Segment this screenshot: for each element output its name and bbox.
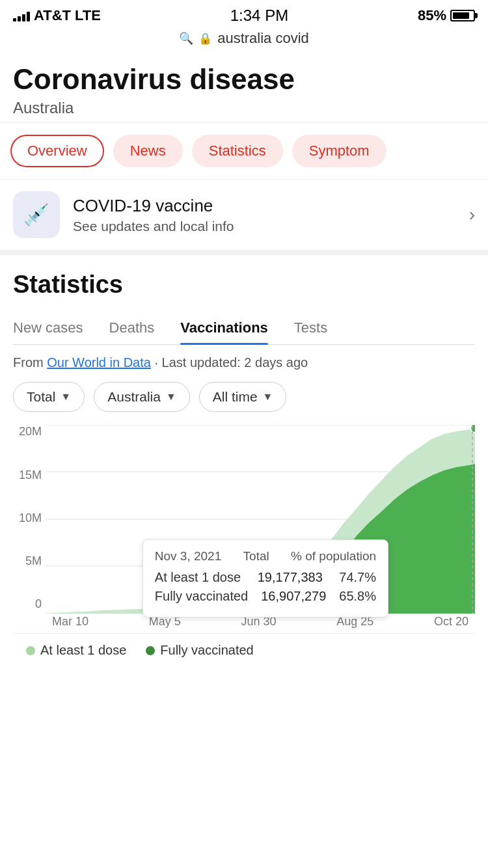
tooltip-row2-value: 16,907,279	[261, 589, 326, 604]
dropdown-arrow-icon: ▼	[61, 391, 71, 403]
filter-timerange[interactable]: All time ▼	[199, 382, 287, 412]
chevron-right-icon: ›	[469, 204, 475, 225]
status-bar: AT&T LTE 1:34 PM 85%	[0, 0, 488, 27]
x-label-mar: Mar 10	[52, 615, 88, 633]
tooltip-row1-label: At least 1 dose	[155, 570, 241, 585]
tooltip-row-2: Fully vaccinated 16,907,279 65.8%	[155, 589, 376, 604]
tab-symptom[interactable]: Symptom	[292, 135, 386, 167]
y-label-20m: 20M	[13, 425, 46, 439]
legend-label-fully: Fully vaccinated	[160, 643, 253, 658]
stats-tab-tests[interactable]: Tests	[294, 312, 327, 344]
signal-icon	[13, 10, 30, 21]
last-updated: Last updated: 2 days ago	[162, 355, 308, 370]
page-title: Coronavirus disease	[13, 64, 475, 95]
tooltip-date: Nov 3, 2021	[155, 549, 221, 563]
vaccine-icon-box: 💉	[13, 191, 60, 238]
filter-row: Total ▼ Australia ▼ All time ▼	[13, 382, 475, 412]
search-icon: 🔍	[179, 31, 193, 46]
y-label-5m: 5M	[13, 554, 46, 568]
page-content: Coronavirus disease Australia Overview N…	[0, 53, 488, 658]
chart-legend: At least 1 dose Fully vaccinated	[13, 633, 475, 658]
tab-statistics[interactable]: Statistics	[192, 135, 283, 167]
dropdown-arrow-icon: ▼	[166, 391, 176, 403]
battery-container: 85%	[418, 7, 475, 24]
vaccine-title: COVID-19 vaccine	[73, 196, 469, 216]
y-label-0: 0	[13, 597, 46, 611]
tooltip-row1-pct: 74.7%	[339, 570, 376, 585]
legend-label-dose1: At least 1 dose	[40, 643, 126, 658]
chart-tooltip: Nov 3, 2021 Total % of population At lea…	[142, 539, 388, 617]
tooltip-row1-value: 19,177,383	[258, 570, 323, 585]
tooltip-col2: % of population	[291, 549, 376, 563]
page-subtitle: Australia	[13, 99, 475, 117]
lock-icon: 🔒	[198, 32, 212, 46]
network-label: LTE	[75, 7, 101, 24]
tooltip-row2-pct: 65.8%	[339, 589, 376, 604]
legend-dot-fully	[146, 646, 155, 655]
stats-tab-new-cases[interactable]: New cases	[13, 312, 83, 344]
x-label-oct: Oct 20	[434, 615, 468, 633]
tooltip-date-row: Nov 3, 2021 Total % of population	[155, 549, 376, 563]
legend-dot-dose1	[26, 646, 35, 655]
statistics-title: Statistics	[13, 271, 475, 299]
time-display: 1:34 PM	[230, 7, 288, 25]
stats-tab-deaths[interactable]: Deaths	[109, 312, 155, 344]
vaccine-icon: 💉	[23, 202, 49, 227]
x-label-may: May 5	[149, 615, 181, 633]
header-section: Coronavirus disease Australia	[0, 53, 488, 123]
chart-x-axis: Mar 10 May 5 Jun 30 Aug 25 Oct 20	[46, 615, 475, 633]
stats-tab-vaccinations[interactable]: Vaccinations	[180, 312, 268, 344]
search-bar[interactable]: 🔍 🔒 australia covid	[0, 27, 488, 53]
x-label-jun: Jun 30	[241, 615, 276, 633]
chart-y-axis: 0 5M 10M 15M 20M	[13, 425, 46, 614]
filter-total[interactable]: Total ▼	[13, 382, 85, 412]
main-tabs: Overview News Statistics Symptom	[0, 123, 488, 180]
tab-overview[interactable]: Overview	[10, 135, 104, 167]
tooltip-row2-label: Fully vaccinated	[155, 589, 248, 604]
tooltip-row-1: At least 1 dose 19,177,383 74.7%	[155, 570, 376, 585]
x-label-aug: Aug 25	[336, 615, 373, 633]
tab-news[interactable]: News	[113, 135, 183, 167]
vaccine-banner[interactable]: 💉 COVID-19 vaccine See updates and local…	[0, 180, 488, 255]
chart-container: 0 5M 10M 15M 20M	[13, 425, 475, 633]
data-source-link[interactable]: Our World in Data	[47, 355, 151, 370]
legend-dose1: At least 1 dose	[26, 643, 126, 658]
data-source: From Our World in Data · Last updated: 2…	[13, 355, 475, 370]
dropdown-arrow-icon: ▼	[263, 391, 273, 403]
filter-country[interactable]: Australia ▼	[94, 382, 190, 412]
carrier-label: AT&T	[34, 7, 71, 24]
battery-percent: 85%	[418, 7, 446, 24]
vaccine-subtitle: See updates and local info	[73, 219, 469, 234]
y-label-15m: 15M	[13, 468, 46, 482]
search-query: australia covid	[217, 30, 309, 47]
battery-icon	[450, 10, 475, 21]
statistics-section: Statistics New cases Deaths Vaccinations…	[0, 255, 488, 658]
status-left: AT&T LTE	[13, 7, 101, 24]
legend-fully-vaccinated: Fully vaccinated	[146, 643, 253, 658]
stats-tabs: New cases Deaths Vaccinations Tests	[13, 312, 475, 345]
y-label-10m: 10M	[13, 511, 46, 525]
tooltip-col1: Total	[243, 549, 269, 563]
